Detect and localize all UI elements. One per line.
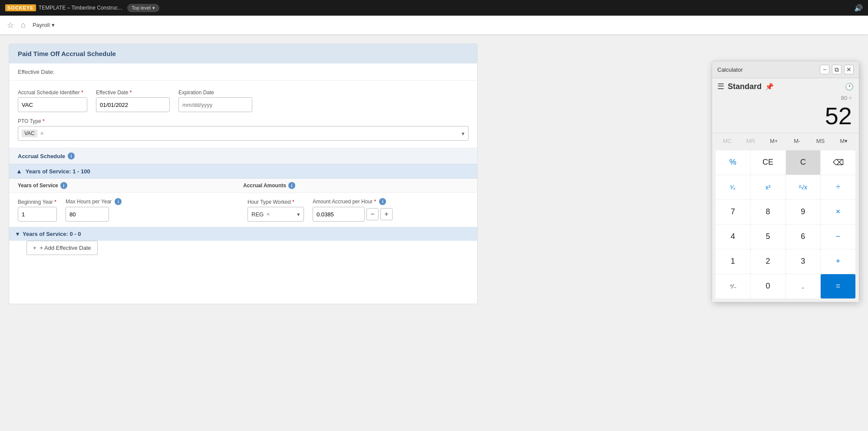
calc-1-button[interactable]: 1	[716, 249, 750, 274]
amount-per-hour-input[interactable]	[313, 207, 365, 222]
amount-decrease-button[interactable]: −	[366, 208, 379, 220]
calculator-mode-label: Standard	[728, 82, 762, 91]
calc-add-button[interactable]: +	[821, 249, 855, 274]
calc-8-button[interactable]: 8	[751, 200, 785, 224]
panel-title: Paid Time Off Accrual Schedule	[18, 50, 116, 57]
calc-c-button[interactable]: C	[786, 150, 821, 175]
years-of-service-1-100-row[interactable]: ▲ Years of Service: 1 - 100	[9, 164, 477, 179]
calc-mplus-button[interactable]: M+	[762, 135, 785, 147]
calc-ce-button[interactable]: CE	[751, 150, 785, 175]
calculator-buttons: % CE C ⌫ ¹⁄ₓ x² ²√x ÷ 7 8 9 × 4 5 6 − 1 …	[712, 149, 859, 302]
calc-reciprocal-button[interactable]: ¹⁄ₓ	[716, 175, 750, 199]
amount-per-hour-label: Amount Accrued per Hour * i	[313, 198, 393, 205]
add-effective-date-button[interactable]: + + Add Effective Date	[26, 241, 98, 255]
effective-date-field-label: Effective Date *	[96, 90, 170, 96]
calc-0-button[interactable]: 0	[751, 274, 785, 298]
accrual-id-field: Accrual Schedule Identifier *	[18, 90, 87, 112]
calculator-prev-value: 80 ÷	[719, 95, 852, 103]
add-effective-date-label: + Add Effective Date	[39, 245, 91, 251]
calc-percent-button[interactable]: %	[716, 150, 750, 175]
calculator-restore-button[interactable]: ⧉	[832, 65, 842, 74]
calc-7-button[interactable]: 7	[716, 200, 750, 224]
calculator-menu-icon[interactable]: ☰	[717, 82, 724, 91]
accrual-id-input[interactable]	[18, 97, 87, 112]
form-fields-section: Accrual Schedule Identifier * Effective …	[9, 81, 477, 148]
pto-type-field: PTO Type * VAC ✕ ▾	[18, 118, 469, 141]
effective-date-input[interactable]	[96, 99, 170, 111]
pto-type-dropdown[interactable]: VAC ✕ ▾	[18, 126, 469, 141]
calc-divide-button[interactable]: ÷	[821, 175, 855, 199]
payroll-dropdown-icon: ▾	[52, 22, 55, 28]
calc-mminus-button[interactable]: M-	[785, 135, 809, 147]
years-detail-right: Hour Type Worked * REG ✕ ▾ Amount Accrue…	[248, 198, 469, 222]
hour-type-clear-icon[interactable]: ✕	[266, 212, 270, 217]
calc-decimal-button[interactable]: .	[786, 274, 821, 298]
favorites-icon[interactable]: ☆	[7, 20, 14, 30]
top-level-button[interactable]: Top level ▾	[127, 4, 159, 12]
effective-date-wrapper: 📅	[96, 97, 170, 112]
calculator-close-button[interactable]: ✕	[844, 65, 854, 74]
home-icon[interactable]: ⌂	[21, 20, 26, 30]
accrual-schedule-info-icon[interactable]: i	[68, 153, 75, 159]
top-bar: SOCKEYE TEMPLATE – Timberline Construc..…	[0, 0, 868, 16]
calc-square-button[interactable]: x²	[751, 175, 785, 199]
pto-type-dropdown-arrow: ▾	[462, 130, 465, 137]
calc-mr-button[interactable]: MR	[739, 135, 762, 147]
calc-equals-button[interactable]: =	[821, 274, 855, 298]
effective-date-field: Effective Date * 📅	[96, 90, 170, 112]
calculator-title: Calculator	[717, 66, 743, 73]
years-details-section: Years of Service i Accrual Amounts i Beg…	[9, 179, 477, 227]
years-0-0-label: Years of Service: 0 - 0	[23, 231, 81, 237]
pto-type-label: PTO Type *	[18, 118, 469, 124]
main-area: Paid Time Off Accrual Schedule Effective…	[0, 35, 868, 313]
max-hours-field: Max Hours per Year i	[66, 198, 122, 222]
accrual-amounts-info-icon[interactable]: i	[288, 182, 295, 189]
years-detail-row: Beginning Year * Max Hours per Year i	[9, 193, 477, 227]
years-of-service-col-header: Years of Service i	[18, 182, 243, 189]
add-effective-date-plus-icon: +	[33, 245, 36, 251]
expiration-date-input[interactable]	[179, 99, 252, 111]
calc-4-button[interactable]: 4	[716, 225, 750, 249]
payroll-nav[interactable]: Payroll ▾	[33, 22, 55, 28]
accrual-amounts-col-header: Accrual Amounts i	[243, 182, 469, 189]
calc-3-button[interactable]: 3	[786, 249, 821, 274]
calculator-window-buttons: − ⧉ ✕	[820, 65, 854, 74]
years-1-100-label: Years of Service: 1 - 100	[26, 168, 90, 175]
max-hours-input[interactable]	[66, 207, 109, 222]
logo-area: SOCKEYE TEMPLATE – Timberline Construc..…	[5, 4, 122, 11]
pto-type-clear-icon[interactable]: ✕	[40, 131, 44, 136]
years-details-header: Years of Service i Accrual Amounts i	[9, 179, 477, 193]
years-of-service-0-0-row[interactable]: ▾ Years of Service: 0 - 0	[9, 227, 477, 241]
beginning-year-input[interactable]	[18, 207, 57, 222]
calc-6-button[interactable]: 6	[786, 225, 821, 249]
calc-subtract-button[interactable]: −	[821, 225, 855, 249]
accrual-schedule-label: Accrual Schedule	[18, 153, 65, 159]
years-of-service-info-icon[interactable]: i	[60, 182, 67, 189]
amount-stepper: − +	[313, 207, 393, 222]
expiration-date-field: Expiration Date 📅	[178, 90, 252, 112]
amount-increase-button[interactable]: +	[380, 208, 393, 220]
calc-mc-button[interactable]: MC	[716, 135, 739, 147]
accrual-id-required: *	[81, 90, 83, 96]
years-detail-left: Beginning Year * Max Hours per Year i	[18, 198, 239, 222]
max-hours-info-icon[interactable]: i	[115, 198, 122, 205]
calc-sqrt-button[interactable]: ²√x	[786, 175, 821, 199]
hour-type-dropdown[interactable]: REG ✕ ▾	[248, 207, 304, 222]
calculator-minimize-button[interactable]: −	[820, 65, 829, 74]
calc-multiply-button[interactable]: ×	[821, 200, 855, 224]
calculator-history-icon[interactable]: 🕐	[845, 83, 854, 91]
form-fields-grid: Accrual Schedule Identifier * Effective …	[18, 90, 469, 112]
calc-9-button[interactable]: 9	[786, 200, 821, 224]
calc-backspace-button[interactable]: ⌫	[821, 150, 855, 175]
calc-2-button[interactable]: 2	[751, 249, 785, 274]
amount-per-hour-field: Amount Accrued per Hour * i − +	[313, 198, 393, 222]
calc-negate-button[interactable]: ⁺∕₋	[716, 274, 750, 298]
amount-per-hour-info-icon[interactable]: i	[379, 198, 386, 205]
calculator-pin-icon[interactable]: 📌	[765, 83, 774, 91]
calc-5-button[interactable]: 5	[751, 225, 785, 249]
expiration-date-label: Expiration Date	[178, 90, 252, 96]
calculator-memory-row: MC MR M+ M- MS M▾	[712, 133, 859, 149]
hour-type-field: Hour Type Worked * REG ✕ ▾	[248, 199, 304, 222]
calc-ms-button[interactable]: MS	[809, 135, 832, 147]
calc-mv-button[interactable]: M▾	[832, 135, 855, 147]
